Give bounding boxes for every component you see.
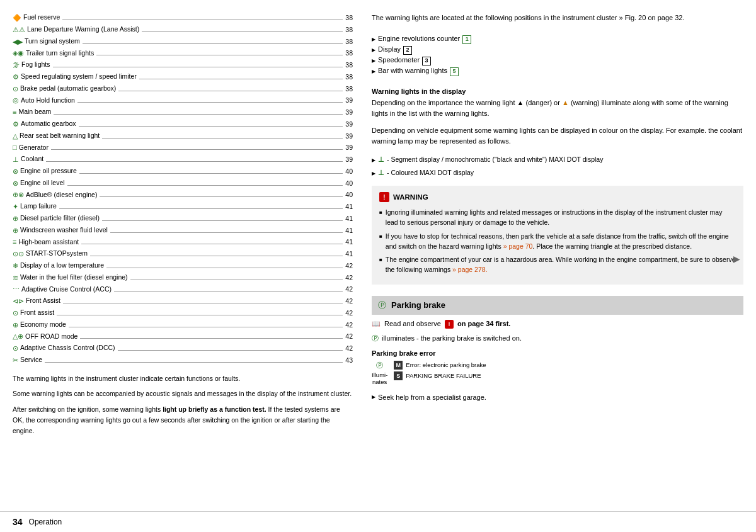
toc-label: Engine oil level [20,178,65,188]
toc-entry-brake-pedal: ⊙ Brake pedal (automatic gearbox) 38 [13,84,353,94]
toc-label: Auto Hold function [21,96,75,106]
cluster-item-text: Bar with warning lights [378,65,447,76]
washer-fluid-icon: ⊕ [13,225,18,236]
cluster-item-text: Speedometer [378,55,420,65]
toc-label: Rear seat belt warning light [20,131,100,141]
segment-line-1: ⊥ - Segment display / monochromatic ("bl… [372,154,743,165]
toc-list: 🔶 Fuel reserve 38 ⚠⚠ Lane Departure Warn… [13,13,353,367]
toc-label: Adaptive Cruise Control (ACC) [21,285,112,295]
cluster-item-num-3: 3 [422,57,431,65]
toc-label: Lamp failure [20,201,57,212]
rear-seatbelt-icon: △ [13,131,18,142]
toc-entry-coolant: ⊥ Coolant 39 [13,154,353,165]
warning-bullet-3: The engine compartment of your car is a … [379,254,736,275]
cluster-item-speedometer: Speedometer 3 [372,55,743,65]
cluster-item-text: Display [378,44,401,55]
error-row-1: M Error: electronic parking brake [394,361,486,370]
toc-label: Speed regulating system / speed limiter [21,72,137,82]
brake-pedal-icon: ⊙ [13,84,18,94]
toc-entry-low-temp: ❄ Display of a low temperature 42 [13,261,353,271]
warning-bullet-2: If you have to stop for technical reason… [379,231,736,252]
segment-line-2: ⊥ - Coloured MAXI DOT display [372,167,743,178]
toc-entry-engine-oil-level: ⊗ Engine oil level 40 [13,178,353,189]
display-text2: Depending on vehicle equipment some warn… [372,125,743,147]
toc-entry-auto-gearbox: ⚙ Automatic gearbox 39 [13,119,353,130]
toc-entry-auto-hold: ◎ Auto Hold function 39 [13,95,353,106]
highbeam-assistant-icon: ≡ [13,237,16,247]
warning-bullet-1: Ignoring illuminated warning lights and … [379,207,736,228]
cluster-item-num-1: 1 [462,35,471,44]
toc-label: Front assist [20,308,54,318]
toc-entry-trailer-turn: ◈◉ Trailer turn signal lights 38 [13,48,353,59]
diesel-filter-icon: ⊕ [13,213,18,224]
parking-brake-title: Parking brake [391,300,445,310]
generator-icon: □ [13,142,17,153]
toc-entry-lamp-failure: ✦ Lamp failure 41 [13,201,353,212]
parking-brake-error-title: Parking brake error [372,349,743,357]
toc-label: Main beam [18,107,51,117]
auto-gearbox-icon: ⚙ [13,119,19,130]
warning-bullet-3-text: The engine compartment of your car is a … [386,254,736,275]
segment-text-2: - Coloured MAXI DOT display [387,167,474,178]
next-page-arrow[interactable]: ▶ [733,254,740,264]
toc-entry-diesel-filter: ⊕ Diesel particle filter (diesel) 41 [13,213,353,224]
toc-entry-washer-fluid: ⊕ Windscreen washer fluid level 41 [13,225,353,236]
left-para-3-start: After switching on the ignition, some wa… [13,405,163,413]
toc-label: AdBlue® (diesel engine) [26,190,97,200]
error-letter-s: S [394,371,403,380]
adblue-icon: ⊕⊗ [13,190,24,200]
read-observe-warning-icon: ! [445,320,454,329]
warning-header: ! WARNING [379,192,736,202]
cluster-item-bar: Bar with warning lights 5 [372,65,743,76]
fuel-filter-water-icon: ≋ [13,273,18,283]
link-page70[interactable]: » page 70 [503,242,533,250]
front-assist-2-icon: ⊙ [13,308,18,319]
read-observe-box: 📖 Read and observe ! on page 34 first. [372,320,743,329]
left-para-1: The warning lights in the instrument clu… [13,373,353,384]
toc-entry-highbeam-assistant: ≡ High-beam assistant 41 [13,237,353,247]
warning-display-text: Depending on the importance the warning … [372,98,743,119]
turn-signal-icon: ◀▶ [13,37,23,47]
toc-label: Generator [19,143,49,153]
cluster-item-display: Display 2 [372,44,743,55]
segment-icon-2: ⊥ [378,167,384,178]
link-page278[interactable]: » page 278. [452,266,487,273]
toc-entry-speed-regulating: ⚙ Speed regulating system / speed limite… [13,72,353,82]
error-letter-m: M [394,361,403,370]
toc-entry-dcc: ⊙ Adaptive Chassis Control (DCC) 42 [13,343,353,354]
start-stop-icon: ⊙⊙ [13,249,24,259]
left-para-3-bold: light up briefly as a function test. [163,405,266,413]
toc-entry-acc: ⋯ Adaptive Cruise Control (ACC) 42 [13,284,353,295]
parking-brake-error-table: Ⓟ Illumi-nates M Error: electronic parki… [372,361,743,385]
toc-label: Service [20,355,42,365]
toc-label: Windscreen washer fluid level [20,225,108,235]
right-intro: The warning lights are located at the fo… [372,13,743,23]
warning-box: ! WARNING Ignoring illuminated warning l… [372,186,743,285]
lamp-failure-icon: ✦ [13,201,18,212]
left-para-3: After switching on the ignition, some wa… [13,404,353,436]
left-column: 🔶 Fuel reserve 38 ⚠⚠ Lane Departure Warn… [13,13,353,505]
toc-label: Water in the fuel filter (diesel engine) [20,273,128,283]
toc-entry-adblue: ⊕⊗ AdBlue® (diesel engine) 40 [13,190,353,200]
parking-illuminates: Ⓟ illuminates - the parking brake is swi… [372,334,743,343]
parking-brake-header: Ⓟ Parking brake [372,296,743,315]
cluster-item-num-2: 2 [403,46,412,55]
economy-mode-icon: ⊕ [13,320,18,331]
instrument-cluster-list: Engine revolutions counter 1 Display 2 S… [372,33,743,76]
seek-help-text: Seek help from a specialist garage. [378,393,486,401]
service-icon: ✂ [13,355,18,366]
toc-entry-main-beam: ≡ Main beam 39 [13,107,353,118]
toc-entry-front-assist-2: ⊙ Front assist 42 [13,308,353,319]
cluster-item-text: Engine revolutions counter [378,33,460,44]
toc-label: Engine oil pressure [20,166,77,176]
left-para-2: Some warning lights can be accompanied b… [13,388,353,399]
toc-label: Trailer turn signal lights [26,48,94,59]
fog-lights-icon: 🌫 [13,60,20,71]
auto-hold-icon: ◎ [13,95,19,106]
front-assist-1-icon: ⊲⊳ [13,296,24,307]
off-road-icon: △⊕ [13,331,23,342]
parking-brake-icon: Ⓟ [378,300,386,311]
right-column: The warning lights are located at the fo… [372,13,743,505]
toc-entry-engine-oil-pressure: ⊗ Engine oil pressure 40 [13,166,353,177]
cluster-item-num-5: 5 [450,67,459,76]
